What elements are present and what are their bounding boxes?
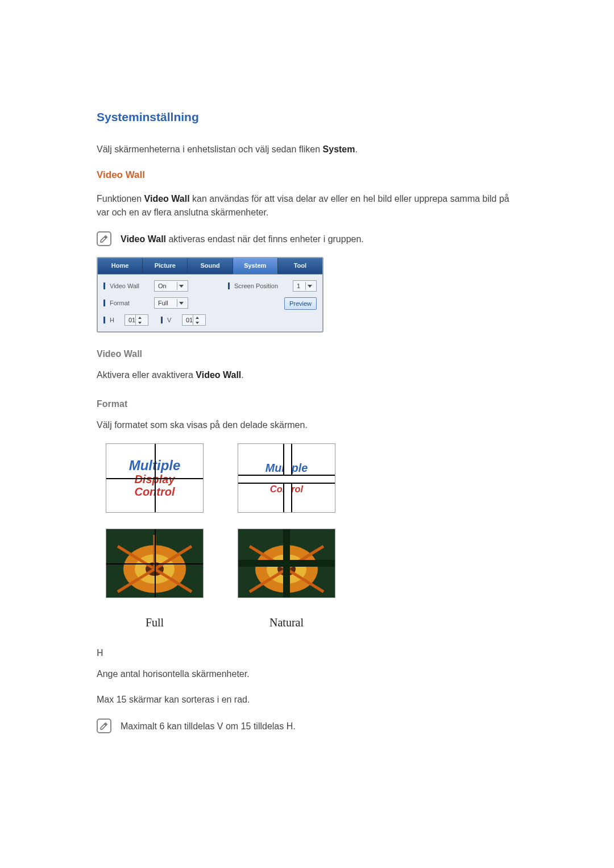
tab-picture[interactable]: Picture [143, 258, 188, 274]
note-2: Maximalt 6 kan tilldelas V om 15 tilldel… [97, 719, 523, 734]
thumb-stack-full: Multiple Display Control Full [106, 443, 204, 632]
panel-body: Video Wall On Format Full H 01 [98, 275, 322, 331]
thumb-natural-image [238, 529, 335, 598]
panel-tabs: Home Picture Sound System Tool [98, 258, 322, 275]
intro-pre: Välj skärmenheterna i enhetslistan och v… [97, 144, 323, 154]
chevron-up-icon [136, 315, 144, 320]
select-screen-position[interactable]: 1 [293, 280, 317, 292]
select-screen-position-value: 1 [297, 281, 300, 291]
heading-h: H [97, 646, 523, 661]
heading-system-settings: Systeminställning [97, 108, 523, 127]
spinner-h-value: 01 [128, 315, 135, 325]
chevron-down-icon [177, 299, 185, 307]
spinner-v[interactable]: 01 [182, 314, 206, 326]
format-thumbs: Multiple Display Control Full [106, 443, 523, 632]
h-desc-1: Ange antal horisontella skärmenheter. [97, 667, 523, 682]
note-2-text: Maximalt 6 kan tilldelas V om 15 tilldel… [121, 720, 296, 734]
thumb-natural-text: Multiple Display Control [238, 443, 335, 513]
label-h: H [110, 315, 120, 325]
pencil-note-icon [97, 719, 111, 733]
spinner-h[interactable]: 01 [125, 314, 148, 326]
caption-natural: Natural [269, 614, 304, 632]
tick-icon [103, 283, 105, 289]
video-wall-desc: Funktionen Video Wall kan användas för a… [97, 192, 523, 221]
note-1: Video Wall aktiveras endast när det finn… [97, 231, 523, 247]
format-desc: Välj formatet som ska visas på den delad… [97, 418, 523, 433]
note1-rest: aktiveras endast när det finns enheter i… [166, 234, 364, 244]
heading-format: Format [97, 397, 523, 412]
field-format: Format Full [103, 297, 221, 309]
heading-video-wall: Video Wall [97, 168, 523, 182]
h-desc-2: Max 15 skärmar kan sorteras i en rad. [97, 693, 523, 707]
pencil-note-icon [97, 231, 111, 246]
tick-icon [103, 300, 105, 306]
select-video-wall[interactable]: On [154, 280, 188, 292]
thumb-full-text: Multiple Display Control [106, 443, 204, 513]
field-hv: H 01 V 01 [103, 314, 221, 326]
label-format: Format [110, 298, 150, 308]
tick-icon [103, 317, 105, 323]
tab-tool[interactable]: Tool [278, 258, 322, 274]
label-v: V [167, 315, 177, 325]
thumb-full-image [106, 529, 204, 598]
select-format[interactable]: Full [154, 297, 188, 309]
preview-button[interactable]: Preview [284, 297, 317, 310]
tab-home[interactable]: Home [98, 258, 143, 274]
chevron-down-icon [193, 320, 201, 325]
spinner-v-value: 01 [186, 315, 193, 325]
vw-post: . [241, 370, 243, 380]
tick-icon [228, 283, 230, 289]
vw-pre: Aktivera eller avaktivera [97, 370, 196, 380]
chevron-down-icon [177, 282, 185, 290]
heading-video-wall-sub: Video Wall [97, 347, 523, 362]
vw-bold: Video Wall [196, 370, 241, 380]
intro-paragraph: Välj skärmenheterna i enhetslistan och v… [97, 143, 523, 157]
intro-post: . [355, 144, 357, 154]
chevron-down-icon [305, 282, 314, 290]
chevron-down-icon [136, 320, 144, 325]
func-bold: Video Wall [144, 194, 190, 203]
intro-bold: System [323, 144, 355, 154]
select-format-value: Full [158, 298, 168, 308]
caption-full: Full [146, 614, 164, 632]
field-video-wall: Video Wall On [103, 280, 221, 292]
select-video-wall-value: On [158, 281, 167, 291]
note-1-text: Video Wall aktiveras endast när det finn… [121, 232, 364, 247]
chevron-up-icon [193, 315, 201, 320]
video-wall-activate-text: Aktivera eller avaktivera Video Wall. [97, 368, 523, 383]
field-screen-position: Screen Position 1 [228, 280, 317, 292]
label-video-wall: Video Wall [110, 281, 150, 291]
tab-system[interactable]: System [233, 258, 278, 274]
note1-bold: Video Wall [121, 234, 166, 244]
label-screen-position: Screen Position [234, 281, 288, 291]
system-panel: Home Picture Sound System Tool Video Wal… [97, 257, 323, 333]
func-pre: Funktionen [97, 194, 144, 203]
tick-icon [161, 317, 163, 323]
thumb-stack-natural: Multiple Display Control Natu [238, 443, 335, 632]
tab-sound[interactable]: Sound [188, 258, 233, 274]
